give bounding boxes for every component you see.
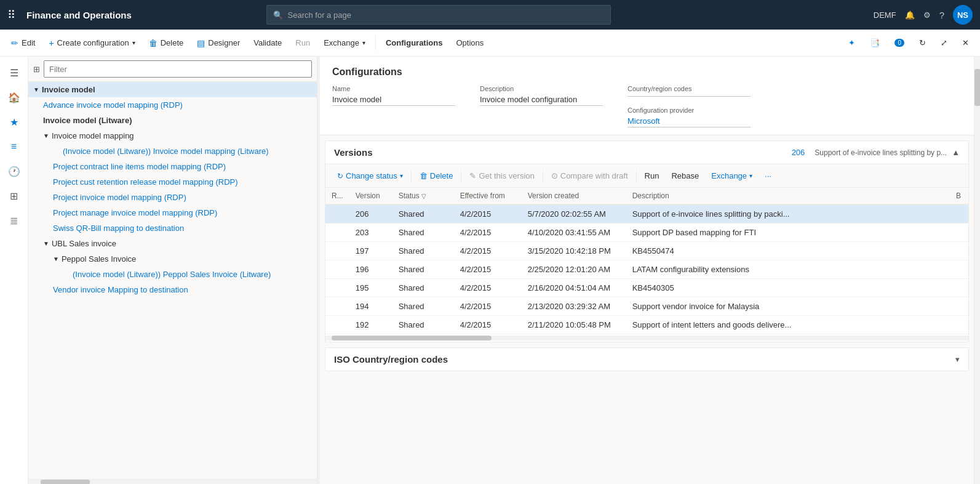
cell-created: 2/11/2020 10:05:48 PM: [522, 316, 626, 334]
cell-created: 4/10/2020 03:41:55 AM: [522, 224, 626, 242]
cell-version: 196: [349, 260, 392, 279]
table-horizontal-scrollbar[interactable]: [325, 336, 968, 341]
vtb-delete-icon: 🗑: [420, 171, 428, 180]
exchange-button[interactable]: Exchange ▾: [317, 34, 372, 51]
chevron-ubl: ▼: [43, 240, 49, 247]
create-configuration-button[interactable]: + Create configuration ▾: [42, 34, 141, 52]
versions-title-group: Versions: [334, 147, 373, 158]
create-chevron-icon: ▾: [132, 39, 135, 46]
col-header-created[interactable]: Version created: [522, 188, 626, 204]
compare-with-draft-button[interactable]: ⊙ Compare with draft: [546, 168, 634, 184]
options-tab[interactable]: Options: [450, 34, 490, 51]
help-icon[interactable]: ?: [939, 10, 944, 20]
get-this-version-button[interactable]: ✎ Get this version: [464, 168, 540, 184]
desc-value: Invoice model configuration: [480, 95, 603, 106]
sidebar-star-icon[interactable]: ★: [3, 111, 25, 133]
sidebar-list-icon[interactable]: ≡: [3, 135, 25, 158]
vtb-run-button[interactable]: Run: [639, 168, 665, 184]
sidebar-menu-icon[interactable]: ☰: [3, 62, 25, 84]
avatar[interactable]: NS: [953, 5, 973, 25]
cell-created: 5/7/2020 02:02:55 AM: [522, 204, 626, 224]
run-button[interactable]: Run: [289, 34, 316, 51]
tree-item-project-contract[interactable]: Project contract line items model mappin…: [28, 159, 317, 174]
search-bar[interactable]: 🔍 Search for a page: [266, 5, 611, 25]
iso-collapse-icon[interactable]: ▾: [955, 355, 960, 364]
sidebar-home-icon[interactable]: 🏠: [3, 86, 25, 108]
provider-field: Configuration provider Microsoft: [627, 107, 751, 127]
app-grid-icon[interactable]: ⠿: [7, 8, 15, 22]
validate-button[interactable]: Validate: [247, 34, 288, 51]
create-icon: +: [49, 38, 54, 48]
fullscreen-button[interactable]: ⤢: [934, 34, 954, 51]
tree-item-peppol[interactable]: ▼ Peppol Sales Invoice: [28, 251, 317, 267]
col-header-effective[interactable]: Effective from: [454, 188, 522, 204]
col-header-description[interactable]: Description: [626, 188, 950, 204]
tree-item-swiss-qr[interactable]: Swiss QR-Bill mapping to destination: [28, 220, 317, 236]
table-row[interactable]: 206 Shared 4/2/2015 5/7/2020 02:02:55 AM…: [325, 204, 968, 224]
tree-item-project-invoice[interactable]: Project invoice model mapping (RDP): [28, 190, 317, 205]
bookmark-button[interactable]: 📑: [864, 34, 886, 51]
change-status-icon: ↻: [337, 172, 343, 180]
versions-collapse-icon[interactable]: ▲: [952, 148, 960, 157]
col-header-version[interactable]: Version: [349, 188, 392, 204]
filter-input[interactable]: [44, 60, 312, 78]
col-header-status[interactable]: Status ▽: [392, 188, 454, 204]
sidebar: ☰ 🏠 ★ ≡ 🕐 ⊞ ≣: [0, 57, 28, 484]
tree-item-ubl-sales[interactable]: ▼ UBL Sales invoice: [28, 236, 317, 251]
vtb-sep-2: [461, 170, 461, 182]
pin-button[interactable]: ✦: [842, 34, 861, 51]
cell-effective: 4/2/2015: [454, 279, 522, 297]
tree-item-vendor-invoice[interactable]: Vendor invoice Mapping to destination: [28, 282, 317, 297]
designer-button[interactable]: ▤ Designer: [191, 34, 246, 52]
tree-item-project-manage[interactable]: Project manage invoice model mapping (RD…: [28, 205, 317, 220]
content-panel: Configurations Name Invoice model Descri…: [320, 57, 974, 484]
table-row[interactable]: 197 Shared 4/2/2015 3/15/2020 10:42:18 P…: [325, 242, 968, 260]
vtb-more-button[interactable]: ···: [759, 168, 777, 184]
cell-description: KB4550474: [626, 242, 950, 260]
table-scroll-thumb: [332, 336, 492, 341]
sidebar-grid-icon[interactable]: ⊞: [3, 185, 25, 207]
cell-created: 2/25/2020 12:01:20 AM: [522, 260, 626, 279]
versions-table-body: 206 Shared 4/2/2015 5/7/2020 02:02:55 AM…: [325, 204, 968, 334]
table-row[interactable]: 203 Shared 4/2/2015 4/10/2020 03:41:55 A…: [325, 224, 968, 242]
tree-item-advance-invoice[interactable]: Advance invoice model mapping (RDP): [28, 97, 317, 113]
configurations-tab[interactable]: Configurations: [380, 34, 448, 51]
delete-button[interactable]: 🗑 Delete: [143, 34, 190, 52]
sidebar-items-icon[interactable]: ≣: [3, 209, 25, 232]
tree-item-invoice-model[interactable]: ▼ Invoice model: [28, 82, 317, 97]
iso-header[interactable]: ISO Country/region codes ▾: [325, 348, 968, 371]
provider-label: Configuration provider: [627, 107, 751, 114]
tree-content: ▼ Invoice model Advance invoice model ma…: [28, 82, 317, 479]
change-status-button[interactable]: ↻ Change status ▾: [332, 168, 408, 184]
close-button[interactable]: ✕: [956, 34, 975, 51]
cell-r: [325, 224, 349, 242]
cell-version: 195: [349, 279, 392, 297]
table-row[interactable]: 196 Shared 4/2/2015 2/25/2020 12:01:20 A…: [325, 260, 968, 279]
vtb-exchange-button[interactable]: Exchange ▾: [706, 168, 758, 184]
tree-item-litware-mapping[interactable]: (Invoice model (Litware)) Invoice model …: [28, 143, 317, 159]
tree-item-invoice-mapping[interactable]: ▼ Invoice model mapping: [28, 128, 317, 143]
table-row[interactable]: 192 Shared 4/2/2015 2/11/2020 10:05:48 P…: [325, 316, 968, 334]
provider-link[interactable]: Microsoft: [627, 116, 751, 127]
tree-item-invoice-litware[interactable]: Invoice model (Litware): [28, 113, 317, 128]
tree-scrollbar[interactable]: [28, 479, 317, 484]
bell-icon[interactable]: 🔔: [905, 10, 915, 20]
refresh-button[interactable]: ↻: [913, 34, 932, 51]
table-row[interactable]: 194 Shared 4/2/2015 2/13/2020 03:29:32 A…: [325, 297, 968, 316]
tree-item-peppol-litware[interactable]: (Invoice model (Litware)) Peppol Sales I…: [28, 267, 317, 282]
top-navigation: ⠿ Finance and Operations 🔍 Search for a …: [0, 0, 980, 30]
cell-effective: 4/2/2015: [454, 224, 522, 242]
badge-button[interactable]: 0: [888, 35, 910, 50]
country-field: Country/region codes: [627, 85, 751, 97]
iso-title: ISO Country/region codes: [334, 354, 448, 365]
edit-button[interactable]: ✏ Edit: [5, 34, 41, 52]
vtb-rebase-button[interactable]: Rebase: [666, 168, 704, 184]
tree-item-project-cust[interactable]: Project cust retention release model map…: [28, 174, 317, 190]
cell-r: [325, 316, 349, 334]
settings-icon[interactable]: ⚙: [923, 10, 931, 20]
vtb-delete-button[interactable]: 🗑 Delete: [414, 168, 459, 184]
table-row[interactable]: 195 Shared 4/2/2015 2/16/2020 04:51:04 A…: [325, 279, 968, 297]
sidebar-clock-icon[interactable]: 🕐: [3, 160, 25, 182]
right-scrollbar[interactable]: [974, 57, 980, 484]
desc-label: Description: [480, 85, 603, 92]
